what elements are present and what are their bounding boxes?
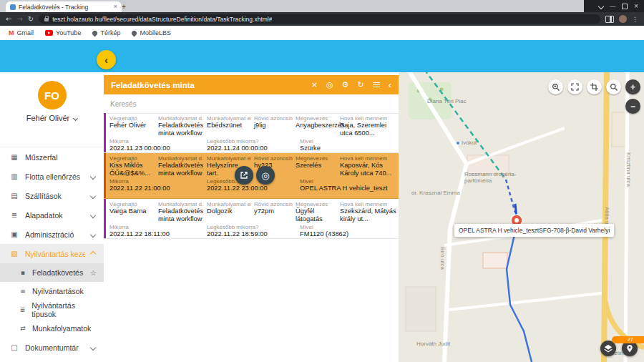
user-menu[interactable]: Fehér Olivér [0, 114, 104, 122]
chevron-down-icon [90, 212, 96, 217]
back-nav-icon[interactable]: ← [6, 16, 11, 23]
user-avatar[interactable]: FO [38, 81, 67, 109]
dashboard-icon: ▦ [9, 153, 19, 161]
chevron-down-icon [90, 173, 96, 179]
app-window: Feladatkövetés - Tracking × + — × ← → ↻ … [0, 0, 644, 362]
close-window-button[interactable]: × [634, 2, 638, 10]
panel-header: Feladatkövetés minta × ◎ ⚙ ↻ ‹ [104, 75, 399, 94]
locate-vehicle-button[interactable]: ◎ [256, 166, 275, 185]
sidebar-subitem-workflows[interactable]: ⇄ Munkafolyamatok [0, 319, 104, 338]
minimize-button[interactable]: — [610, 3, 615, 9]
record-types-icon: ≣ [19, 306, 26, 313]
task-row[interactable]: VégrehajtóVarga Barna Munkafolyamat d...… [104, 199, 399, 239]
sidebar-item-records-management[interactable]: ▧ Nyilvántartás kezelés [0, 244, 104, 263]
browser-profile-avatar[interactable] [619, 15, 627, 23]
fullscreen-button[interactable] [567, 79, 582, 94]
gmail-icon: M [9, 29, 14, 36]
sidebar-item-fleet-check[interactable]: ▥ Flotta ellenőrzés [0, 167, 104, 186]
sidebar-subitem-label: Nyilvántartások [32, 287, 84, 295]
bookmark-label: Térkép [100, 29, 120, 36]
collapse-panel-icon[interactable]: ‹ [389, 79, 391, 90]
records-management-icon: ▧ [9, 250, 19, 258]
sidebar-subitem-record-types[interactable]: ≣ Nyilvántartás típusok [0, 300, 104, 319]
reading-list-icon[interactable] [605, 16, 614, 23]
user-name: Fehér Olivér [26, 114, 70, 122]
vehicle-tooltip: OPEL ASTRA H vehicle_tesztSFG-708-β-Davi… [454, 224, 614, 237]
maximize-button[interactable] [622, 4, 628, 9]
gear-icon[interactable]: ⚙ [342, 80, 349, 89]
locate-icon[interactable]: ◎ [326, 80, 333, 89]
url-text: teszt.holazauto.hu/fleet/secured/dataStr… [52, 16, 272, 23]
fountain-icon [457, 142, 459, 145]
chevron-down-icon [90, 344, 96, 350]
sidebar-item-shipments[interactable]: ▤ Szállítások [0, 186, 104, 205]
forward-nav-icon[interactable]: → [16, 16, 22, 23]
chevron-down-icon [90, 231, 96, 237]
crop-button[interactable] [587, 79, 602, 94]
browser-tab[interactable]: Feladatkövetés - Tracking × [6, 1, 122, 12]
zoom-out-button[interactable]: − [625, 99, 640, 114]
map-label-krisztina-utca: Krisztina utca [625, 152, 632, 187]
sidebar-subitem-records[interactable]: ≡ Nyilvántartások [0, 282, 104, 300]
layers-badge: 27 [612, 336, 644, 343]
refresh-icon[interactable]: ↻ [357, 80, 364, 89]
search-map-button[interactable] [606, 79, 621, 94]
bookmark-mobilelbs[interactable]: MobileLBS [132, 29, 171, 36]
map-label-krasznai: dr. Krasznai Emma [411, 190, 460, 196]
records-icon: ≡ [19, 288, 27, 295]
sidebar-item-administration[interactable]: ▣ Adminisztráció [0, 225, 104, 244]
row-status-stripe [104, 113, 106, 152]
zoom-area-button[interactable] [548, 79, 563, 94]
star-icon[interactable]: ☆ [90, 269, 97, 277]
base-data-icon: ≣ [9, 211, 19, 219]
map-canvas[interactable]: Diana Téri Piac Ivókút Rossmann drogéria… [399, 72, 644, 362]
window-controls: — × [584, 0, 644, 12]
list-view-icon[interactable] [373, 82, 380, 88]
sidebar-item-dashboard[interactable]: ▦ Műszerfal [0, 147, 104, 167]
reload-icon[interactable]: ↻ [28, 16, 34, 23]
youtube-icon [45, 30, 53, 36]
map-label-diana-ter: Diana Téri Piac [427, 98, 467, 104]
fleet-check-icon: ▥ [9, 172, 19, 180]
map-label-attila-ut: Attila út [604, 207, 610, 226]
tab-search-icon[interactable] [598, 3, 604, 9]
task-tracking-icon: ▪ [19, 269, 27, 276]
sidebar-subitem-task-tracking[interactable]: ▪ Feladatkövetés ☆ [0, 263, 104, 282]
search-input[interactable] [104, 94, 399, 113]
sidebar-subitem-label: Nyilvántartás típusok [31, 301, 97, 318]
task-list: VégrehajtóFehér Olivér Munkafolyamat d..… [104, 113, 399, 239]
tab-close-icon[interactable]: × [114, 4, 117, 10]
row-status-stripe [104, 153, 106, 198]
sidebar-item-label: Flotta ellenőrzés [25, 172, 85, 181]
task-panel: Feladatkövetés minta × ◎ ⚙ ↻ ‹ Végrehajt… [104, 72, 399, 362]
map-label-ivokut: Ivókút [457, 140, 477, 146]
sidebar-item-base-data[interactable]: ≣ Alapadatok [0, 205, 104, 225]
chevron-up-icon [90, 250, 96, 256]
close-icon[interactable]: × [311, 80, 318, 89]
sidebar: FO Fehér Olivér ▦ Műszerfal ▥ Flotta ell… [0, 72, 104, 362]
task-row-selected[interactable]: VégrehajtóKiss Miklós ŐŰ&@$&%... Munkafo… [104, 153, 399, 199]
document-library-icon: □ [9, 343, 19, 351]
sidebar-item-label: Adminisztráció [25, 230, 85, 239]
map-label-biro-utca: Bíró utca [439, 247, 446, 270]
new-tab-button[interactable]: + [119, 2, 129, 11]
sidebar-item-document-library[interactable]: □ Dokumentumtár [0, 338, 104, 357]
tab-favicon-icon [10, 4, 16, 10]
map-label-rossmann: Rossmann drogéria-parfüméria [464, 171, 522, 184]
tab-title: Feladatkövetés - Tracking [19, 4, 111, 11]
browser-menu-kebab-icon[interactable]: ⋮ [632, 16, 638, 23]
sidebar-subitem-label: Feladatkövetés [32, 268, 83, 277]
task-row[interactable]: VégrehajtóFehér Olivér Munkafolyamat d..… [104, 113, 399, 153]
map-pin-icon [131, 29, 138, 36]
panel-title: Feladatkövetés minta [111, 81, 311, 89]
workflows-icon: ⇄ [19, 325, 27, 332]
url-bar[interactable]: teszt.holazauto.hu/fleet/secured/dataStr… [39, 14, 600, 24]
open-task-button[interactable] [235, 166, 253, 185]
panel-back-button[interactable]: ‹ [97, 50, 116, 69]
shipments-icon: ▤ [9, 192, 19, 200]
sidebar-item-label: Szállítások [25, 192, 85, 200]
zoom-in-button[interactable]: + [625, 79, 640, 94]
bookmark-gmail[interactable]: M Gmail [9, 29, 34, 36]
bookmark-terkep[interactable]: Térkép [92, 29, 120, 36]
bookmark-youtube[interactable]: YouTube [45, 29, 81, 36]
